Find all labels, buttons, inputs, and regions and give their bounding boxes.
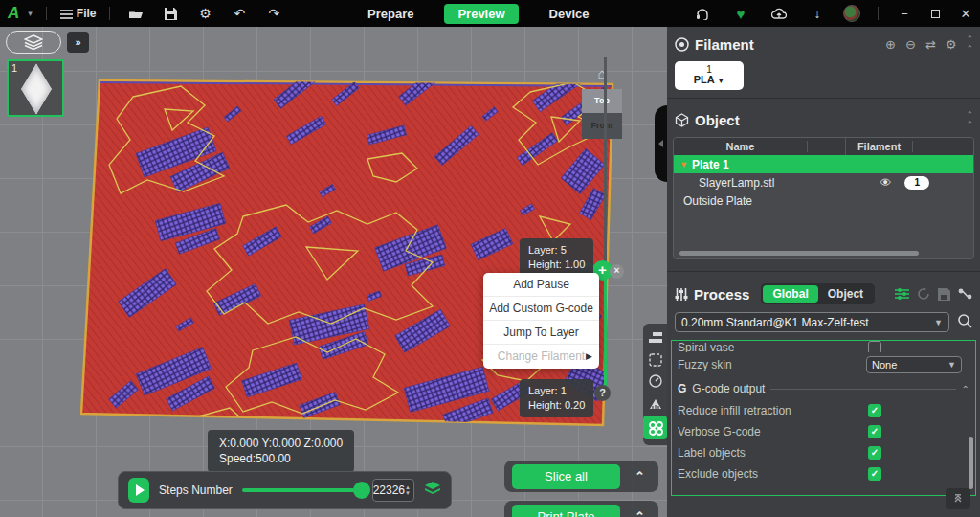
menu-item-add-pause[interactable]: Add Pause <box>483 273 599 297</box>
slice-options-chevron-icon[interactable]: ⌃ <box>635 469 651 483</box>
spiral-vase-checkbox[interactable] <box>868 341 881 352</box>
layer-slider-track-active[interactable] <box>604 271 607 388</box>
layer-context-menu: Add Pause Add Custom G-code Jump To Laye… <box>483 273 599 369</box>
3d-viewport[interactable]: » 1 ⌂ Top Front + × ? Layer: 5 Height: 1… <box>0 27 667 517</box>
tune-settings-icon[interactable] <box>895 287 909 301</box>
settings-vertical-scrollbar[interactable] <box>969 437 973 489</box>
add-filament-icon[interactable]: ⊕ <box>885 37 896 52</box>
view-cube-front-face[interactable]: Front <box>582 113 622 139</box>
user-avatar[interactable] <box>843 5 860 22</box>
collapse-section-icon[interactable]: ⌃⌃ <box>966 34 972 54</box>
visibility-eye-icon[interactable]: 👁 <box>866 176 904 190</box>
redo-button[interactable]: ↷ <box>261 4 286 23</box>
window-minimize-button[interactable]: − <box>896 7 913 21</box>
steps-number-input[interactable]: 22326 ▲▼ <box>372 479 414 502</box>
filament-spool-icon <box>675 37 689 52</box>
expand-panel-button[interactable]: » <box>67 32 89 53</box>
help-button[interactable]: ? <box>594 385 611 401</box>
tab-prepare[interactable]: Prepare <box>354 4 427 24</box>
app-logo[interactable]: A <box>8 4 18 23</box>
table-row-outside-plate[interactable]: Outside Plate <box>674 191 973 210</box>
cloud-upload-button[interactable] <box>767 4 791 23</box>
exclude-objects-checkbox[interactable]: ✓ <box>868 467 881 481</box>
setting-label-objects[interactable]: Label objects ✓ <box>678 442 969 463</box>
sync-filament-icon[interactable]: ⇄ <box>925 37 936 52</box>
support-button[interactable] <box>690 4 715 23</box>
panel-collapse-handle[interactable] <box>655 105 667 182</box>
play-icon <box>136 484 145 496</box>
view-cube-top-face[interactable]: Top <box>582 89 622 113</box>
dashed-box-icon[interactable] <box>646 350 664 369</box>
table-row-model[interactable]: SlayerLamp.stl 👁 1 <box>674 173 973 191</box>
layer-value: Layer: 5 <box>528 243 585 258</box>
step-down-icon[interactable]: ▼ <box>405 490 411 496</box>
panel-collapse-bottom-button[interactable] <box>946 488 970 509</box>
table-horizontal-scrollbar[interactable] <box>679 251 919 256</box>
preset-dropdown[interactable]: 0.20mm Standard@K1 Max-Zelf-test ▼ <box>675 312 949 332</box>
slice-all-button[interactable]: Slice all <box>512 464 620 489</box>
plate-list-toggle-button[interactable] <box>6 31 61 54</box>
position-tooltip: X:0.000 Y:0.000 Z:0.000 Speed:500.00 <box>208 430 354 472</box>
reset-preset-icon[interactable] <box>917 287 930 301</box>
tab-preview[interactable]: Preview <box>444 4 518 24</box>
group-collapse-icon[interactable]: ⌃ <box>962 384 969 394</box>
layer-slider-close-button[interactable]: × <box>610 264 624 279</box>
stepper-arrows[interactable]: ▲▼ <box>405 484 413 496</box>
color-scheme-icon[interactable] <box>643 416 667 439</box>
line-type-icon[interactable] <box>646 329 664 348</box>
filament-settings-icon[interactable]: ⚙ <box>946 37 957 52</box>
file-menu[interactable]: File <box>60 7 97 20</box>
undo-button[interactable]: ↶ <box>227 4 252 23</box>
expand-triangle-icon[interactable]: ▼ <box>679 160 688 169</box>
verbose-gcode-checkbox[interactable]: ✓ <box>868 425 881 438</box>
right-panel: Filament ⊕ ⊖ ⇄ ⚙ ⌃⌃ 1 PLA ▼ Object ⌃⌃ Na… <box>667 27 980 517</box>
settings-button[interactable]: ⚙ <box>192 4 217 23</box>
scope-object[interactable]: Object <box>818 285 873 303</box>
save-button[interactable] <box>158 4 183 23</box>
steps-slider[interactable] <box>242 488 363 492</box>
label-objects-checkbox[interactable]: ✓ <box>868 446 881 460</box>
filament-dropdown-icon[interactable]: ▼ <box>717 77 724 85</box>
setting-exclude-objects[interactable]: Exclude objects ✓ <box>678 463 969 484</box>
fuzzy-skin-select[interactable]: None ▼ <box>866 356 962 373</box>
layer-slider-track-upper[interactable] <box>604 57 607 271</box>
health-button[interactable]: ♥ <box>728 4 753 23</box>
home-view-icon[interactable]: ⌂ <box>582 65 622 81</box>
setting-label: Fuzzy skin <box>678 358 866 371</box>
tab-device[interactable]: Device <box>536 4 603 24</box>
setting-spiral-vase[interactable]: Spiral vase <box>678 341 969 352</box>
search-settings-button[interactable] <box>957 313 972 331</box>
reduce-infill-retraction-checkbox[interactable]: ✓ <box>868 404 881 417</box>
advanced-mode-icon[interactable] <box>958 287 972 301</box>
setting-reduce-infill-retraction[interactable]: Reduce infill retraction ✓ <box>678 400 969 421</box>
speed-gauge-icon[interactable] <box>646 372 664 391</box>
menu-item-add-custom-gcode[interactable]: Add Custom G-code <box>483 297 599 321</box>
download-button[interactable]: ↓ <box>805 4 830 23</box>
xyz-coordinates: X:0.000 Y:0.000 Z:0.000 <box>219 436 343 451</box>
filament-assignment-badge[interactable]: 1 <box>904 176 929 190</box>
steps-slider-knob[interactable] <box>353 482 370 499</box>
structure-icon[interactable] <box>646 394 664 413</box>
menu-item-jump-to-layer[interactable]: Jump To Layer <box>483 321 599 345</box>
menu-item-change-filament[interactable]: Change Filament ▶ <box>483 345 599 369</box>
collapse-section-icon[interactable]: ⌃⌃ <box>966 110 972 129</box>
setting-fuzzy-skin[interactable]: Fuzzy skin None ▼ <box>678 352 969 377</box>
slice-button-group: Slice all ⌃ <box>504 461 658 492</box>
print-options-chevron-icon[interactable]: ⌃ <box>635 509 651 517</box>
save-preset-icon[interactable] <box>938 288 950 301</box>
gcode-output-group-header[interactable]: G G-code output ⌃ <box>678 377 969 400</box>
remove-filament-icon[interactable]: ⊖ <box>905 37 916 52</box>
view-cube[interactable]: ⌂ Top Front <box>582 65 622 139</box>
open-folder-button[interactable] <box>123 4 148 23</box>
setting-verbose-gcode[interactable]: Verbose G-code ✓ <box>678 421 969 442</box>
window-close-button[interactable]: ✕ <box>957 7 974 21</box>
filament-slot-card[interactable]: 1 PLA ▼ <box>675 61 744 90</box>
window-restore-button[interactable] <box>926 7 944 21</box>
scope-global[interactable]: Global <box>763 285 817 303</box>
plate-thumbnail[interactable]: 1 <box>7 59 64 117</box>
print-plate-button[interactable]: Print Plate <box>512 505 620 517</box>
layer-stack-button[interactable] <box>424 482 441 500</box>
logo-caret-icon[interactable]: ▾ <box>28 9 33 18</box>
table-row-plate[interactable]: ▼ Plate 1 <box>674 155 973 173</box>
play-button[interactable] <box>128 478 149 503</box>
